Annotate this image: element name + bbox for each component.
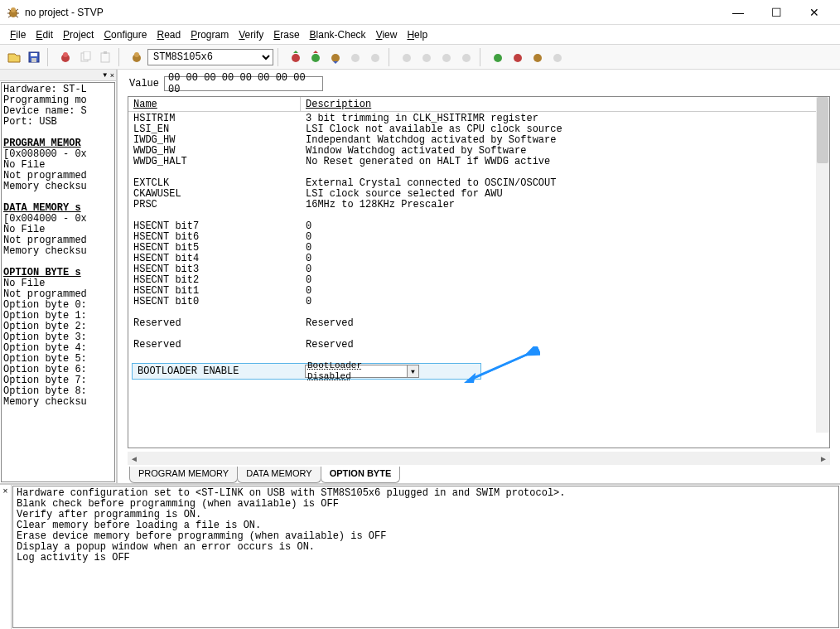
grid-row[interactable]: HSECNT bit30 (128, 264, 829, 275)
grid-row[interactable]: HSECNT bit00 (128, 297, 829, 307)
read-current-icon[interactable] (287, 48, 305, 66)
log-close-icon[interactable]: × (0, 485, 12, 629)
grid-row[interactable]: CKAWUSELLSI clock source selected for AW… (128, 189, 829, 200)
panel-dropdown-icon[interactable]: ▼ (102, 71, 109, 79)
grid-row[interactable]: HSECNT bit70 (128, 221, 829, 232)
panel-header: ▼ × (0, 70, 116, 81)
paste-icon (96, 48, 114, 66)
svg-point-21 (331, 54, 340, 62)
toolbar-btn-g2 (418, 48, 436, 66)
svg-point-1 (11, 7, 16, 12)
info-panel: ▼ × Hardware: ST-L Programming mo Device… (0, 70, 118, 483)
tab-data-memory[interactable]: DATA MEMORY (237, 467, 321, 483)
bootloader-row[interactable]: BOOTLOADER ENABLEBootLoader Disabled▼ (132, 363, 481, 380)
svg-point-30 (533, 54, 542, 62)
toolbar-btn-last (548, 48, 567, 66)
menu-read[interactable]: Read (153, 27, 184, 42)
minimize-button[interactable]: — (719, 0, 757, 25)
svg-point-28 (494, 54, 502, 62)
svg-rect-9 (31, 53, 37, 56)
titlebar: no project - STVP — ☐ ✕ (0, 0, 840, 25)
svg-rect-16 (104, 51, 107, 54)
grid-row[interactable]: HSECNT bit10 (128, 286, 829, 297)
svg-point-22 (351, 54, 360, 62)
panel-close-icon[interactable]: × (110, 71, 114, 80)
bootloader-label: BOOTLOADER ENABLE (138, 366, 305, 377)
grid-body: HSITRIM3 bit trimming in CLK_HSITRIMR re… (128, 112, 829, 448)
vertical-scrollbar[interactable] (816, 97, 829, 433)
toolbar-btn-brown[interactable] (529, 48, 547, 66)
tab-program-memory[interactable]: PROGRAM MEMORY (129, 467, 238, 483)
svg-point-25 (422, 54, 431, 62)
col-description[interactable]: Description (301, 97, 829, 111)
svg-point-29 (514, 54, 522, 62)
main-area: ▼ × Hardware: ST-L Programming mo Device… (0, 70, 840, 483)
menu-program[interactable]: Program (187, 27, 232, 42)
tab-option-byte[interactable]: OPTION BYTE (321, 467, 401, 483)
info-panel-content: Hardware: ST-L Programming mo Device nam… (1, 82, 115, 482)
svg-line-7 (16, 16, 18, 17)
value-row: Value 00 00 00 00 00 00 00 00 00 (123, 73, 835, 94)
menubar: FileEditProjectConfigureReadProgramVerif… (0, 25, 840, 45)
program-current-icon[interactable] (326, 48, 345, 66)
value-label: Value (129, 78, 159, 90)
toolbar-btn-g4 (457, 48, 476, 66)
menu-project[interactable]: Project (60, 27, 97, 42)
toolbar-btn-green[interactable] (489, 48, 507, 66)
menu-view[interactable]: View (373, 27, 401, 42)
app-icon (7, 6, 20, 19)
toolbar: STM8S105x6 (0, 45, 840, 70)
verify-icon (366, 48, 384, 66)
bootloader-select[interactable]: BootLoader Disabled▼ (305, 365, 419, 378)
menu-file[interactable]: File (7, 27, 29, 42)
chevron-down-icon[interactable]: ▼ (407, 365, 418, 377)
svg-point-19 (292, 54, 300, 62)
open-icon[interactable] (5, 48, 23, 66)
svg-line-3 (16, 9, 18, 11)
value-input[interactable]: 00 00 00 00 00 00 00 00 00 (164, 76, 323, 91)
svg-rect-10 (31, 58, 36, 62)
svg-line-2 (8, 9, 11, 11)
svg-point-20 (311, 54, 320, 62)
log-panel: × Hardware configuration set to <ST-LINK… (0, 483, 840, 629)
grid-row[interactable]: PRSC16MHz to 128KHz Prescaler (128, 200, 829, 210)
grid-row[interactable]: ReservedReserved (128, 318, 829, 329)
menu-blankcheck[interactable]: Blank-Check (307, 27, 369, 42)
menu-configure[interactable]: Configure (100, 27, 150, 42)
read-all-icon[interactable] (307, 48, 325, 66)
grid-row[interactable]: WWDG_HALTNo Reset generated on HALT if W… (128, 157, 829, 167)
toolbar-btn-red[interactable] (509, 48, 527, 66)
bug-red-icon[interactable] (56, 48, 75, 66)
svg-point-27 (462, 54, 471, 62)
grid-row[interactable]: HSECNT bit40 (128, 254, 829, 264)
log-content: Hardware configuration set to <ST-LINK o… (12, 486, 839, 628)
program-all-icon (346, 48, 364, 66)
svg-rect-15 (101, 53, 109, 62)
svg-rect-14 (84, 51, 90, 60)
toolbar-btn-g3 (437, 48, 456, 66)
option-grid: Name Description HSITRIM3 bit trimming i… (128, 96, 830, 448)
menu-edit[interactable]: Edit (32, 27, 56, 42)
grid-row[interactable]: ReservedReserved (128, 340, 829, 351)
tabs: PROGRAM MEMORYDATA MEMORYOPTION BYTE (123, 467, 835, 483)
copy-icon (76, 48, 94, 66)
close-button[interactable]: ✕ (795, 0, 833, 25)
save-icon[interactable] (25, 48, 43, 66)
grid-row[interactable]: HSECNT bit60 (128, 232, 829, 243)
device-select[interactable]: STM8S105x6 (147, 49, 273, 65)
content-panel: Value 00 00 00 00 00 00 00 00 00 Name De… (118, 70, 840, 483)
menu-help[interactable]: Help (403, 27, 431, 42)
svg-line-6 (8, 16, 11, 17)
grid-row[interactable]: HSECNT bit20 (128, 275, 829, 286)
scroll-right-icon[interactable]: ► (817, 452, 830, 465)
svg-point-24 (403, 54, 411, 62)
col-name[interactable]: Name (128, 97, 301, 111)
bug-config-icon[interactable] (128, 48, 146, 66)
horizontal-scrollbar[interactable]: ◄ ► (128, 452, 830, 465)
toolbar-btn-g1 (398, 48, 416, 66)
scroll-left-icon[interactable]: ◄ (128, 452, 141, 465)
menu-erase[interactable]: Erase (270, 27, 302, 42)
maximize-button[interactable]: ☐ (757, 0, 795, 25)
grid-row[interactable]: HSECNT bit50 (128, 243, 829, 254)
menu-verify[interactable]: Verify (235, 27, 267, 42)
